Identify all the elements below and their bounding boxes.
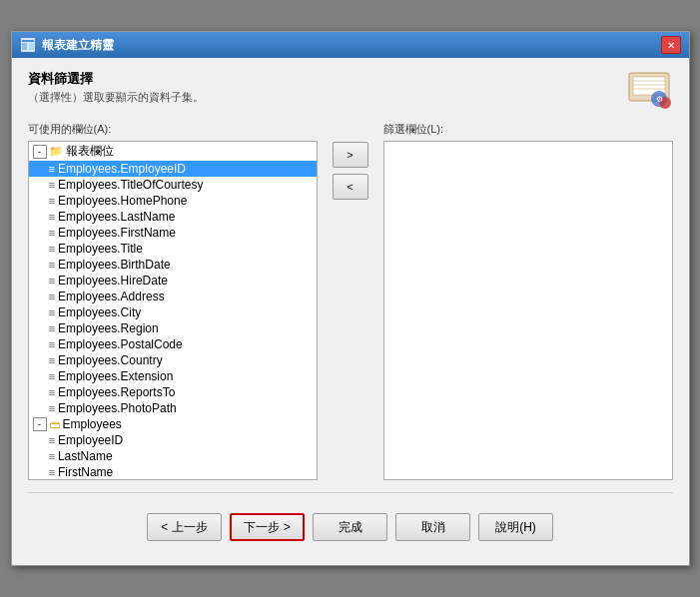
field-icon: ≡ bbox=[49, 466, 55, 478]
list-item[interactable]: ≡Employees.ReportsTo bbox=[29, 384, 317, 400]
remove-field-button[interactable]: < bbox=[333, 174, 368, 200]
tree-item-label: Employees.City bbox=[58, 305, 141, 319]
header-section: 資料篩選擇 （選擇性）選取要顯示的資料子集。 ⚙ bbox=[28, 70, 673, 110]
field-icon: ≡ bbox=[49, 434, 55, 446]
field-icon: ≡ bbox=[49, 259, 55, 271]
field-icon: ≡ bbox=[49, 450, 55, 462]
list-item[interactable]: ≡Employees.HomePhone bbox=[29, 193, 317, 209]
field-icon: ≡ bbox=[49, 386, 55, 398]
list-item[interactable]: ≡Employees.PostalCode bbox=[29, 336, 317, 352]
field-icon: ≡ bbox=[49, 275, 55, 287]
bottom-buttons: < 上一步 下一步 > 完成 取消 說明(H) bbox=[28, 505, 673, 553]
next-button[interactable]: 下一步 > bbox=[230, 513, 305, 541]
panels-container: 可使用的欄位(A): -📁報表欄位≡Employees.EmployeeID≡E… bbox=[28, 122, 673, 480]
finish-button[interactable]: 完成 bbox=[313, 513, 387, 541]
svg-rect-3 bbox=[29, 43, 34, 50]
field-icon: ≡ bbox=[49, 211, 55, 223]
field-icon: ≡ bbox=[49, 227, 55, 239]
list-item[interactable]: -📁報表欄位 bbox=[29, 142, 317, 161]
list-item[interactable]: -🗃Employees bbox=[29, 416, 317, 432]
field-icon: ≡ bbox=[49, 243, 55, 255]
dialog-content: 資料篩選擇 （選擇性）選取要顯示的資料子集。 ⚙ 可使用 bbox=[12, 58, 689, 565]
list-item[interactable]: ≡Employees.FirstName bbox=[29, 225, 317, 241]
available-fields-listbox[interactable]: -📁報表欄位≡Employees.EmployeeID≡Employees.Ti… bbox=[28, 141, 318, 480]
field-icon: ≡ bbox=[49, 163, 55, 175]
add-field-button[interactable]: > bbox=[333, 142, 368, 168]
close-button[interactable]: ✕ bbox=[661, 36, 681, 54]
left-panel: 可使用的欄位(A): -📁報表欄位≡Employees.EmployeeID≡E… bbox=[28, 122, 318, 480]
table-icon: 🗃 bbox=[49, 418, 60, 430]
tree-item-label: Employees.LastName bbox=[58, 210, 175, 224]
window-title: 報表建立精靈 bbox=[42, 37, 114, 54]
field-icon: ≡ bbox=[49, 370, 55, 382]
tree-item-label: EmployeeID bbox=[58, 433, 123, 447]
list-item[interactable]: ≡Employees.Country bbox=[29, 352, 317, 368]
list-item[interactable]: ≡Employees.TitleOfCourtesy bbox=[29, 177, 317, 193]
tree-item-label: Employees.PostalCode bbox=[58, 337, 183, 351]
field-icon: ≡ bbox=[49, 291, 55, 302]
field-icon: ≡ bbox=[49, 338, 55, 350]
list-item[interactable]: ≡Employees.Title bbox=[29, 241, 317, 257]
field-icon: ≡ bbox=[49, 402, 55, 414]
tree-item-label: Employees.Extension bbox=[58, 369, 173, 383]
divider bbox=[28, 492, 673, 493]
folder-icon: 📁 bbox=[49, 145, 63, 158]
header-text: 資料篩選擇 （選擇性）選取要顯示的資料子集。 bbox=[28, 70, 204, 105]
tree-expand-btn[interactable]: - bbox=[33, 417, 47, 431]
header-icon-area: ⚙ bbox=[625, 70, 673, 110]
field-icon: ≡ bbox=[49, 322, 55, 334]
prev-button[interactable]: < 上一步 bbox=[147, 513, 222, 541]
tree-item-label: 報表欄位 bbox=[66, 143, 114, 160]
filter-fields-listbox[interactable] bbox=[383, 141, 673, 480]
tree-item-label: Employees.Country bbox=[58, 353, 163, 367]
tree-item-label: Employees.EmployeeID bbox=[58, 162, 186, 176]
title-bar: 報表建立精靈 ✕ bbox=[12, 32, 689, 58]
help-button[interactable]: 說明(H) bbox=[478, 513, 553, 541]
list-item[interactable]: ≡EmployeeID bbox=[29, 432, 317, 448]
list-item[interactable]: ≡FirstName bbox=[29, 464, 317, 480]
right-panel: 篩選欄位(L): bbox=[383, 122, 673, 480]
tree-item-label: Employees.HomePhone bbox=[58, 194, 187, 208]
list-item[interactable]: ≡Employees.HireDate bbox=[29, 273, 317, 289]
tree-item-label: LastName bbox=[58, 449, 113, 463]
tree-item-label: Employees.Region bbox=[58, 321, 159, 335]
svg-rect-2 bbox=[22, 43, 27, 50]
tree-item-label: FirstName bbox=[58, 465, 113, 479]
list-item[interactable]: ≡Employees.City bbox=[29, 304, 317, 320]
tree-item-label: Employees.BirthDate bbox=[58, 258, 171, 272]
tree-item-label: Employees.TitleOfCourtesy bbox=[58, 178, 204, 192]
svg-text:⚙: ⚙ bbox=[655, 95, 662, 104]
window-icon bbox=[20, 37, 36, 53]
left-panel-label: 可使用的欄位(A): bbox=[28, 122, 318, 137]
middle-buttons: > < bbox=[326, 122, 375, 200]
list-item[interactable]: ≡Employees.Extension bbox=[29, 368, 317, 384]
header-title: 資料篩選擇 bbox=[28, 70, 204, 88]
list-item[interactable]: ≡Employees.EmployeeID bbox=[29, 161, 317, 177]
tree-item-label: Employees.ReportsTo bbox=[58, 385, 175, 399]
title-buttons: ✕ bbox=[661, 36, 681, 54]
list-item[interactable]: ≡Employees.PhotoPath bbox=[29, 400, 317, 416]
svg-rect-1 bbox=[22, 40, 34, 42]
list-item[interactable]: ≡Employees.Region bbox=[29, 320, 317, 336]
tree-item-label: Employees.Title bbox=[58, 242, 143, 256]
tree-item-label: Employees.Address bbox=[58, 290, 165, 303]
list-item[interactable]: ≡Employees.BirthDate bbox=[29, 257, 317, 273]
tree-item-label: Employees.HireDate bbox=[58, 274, 168, 288]
field-icon: ≡ bbox=[49, 179, 55, 191]
title-bar-left: 報表建立精靈 bbox=[20, 37, 114, 54]
right-panel-label: 篩選欄位(L): bbox=[383, 122, 673, 137]
wizard-icon: ⚙ bbox=[627, 71, 671, 109]
tree-item-label: Employees.FirstName bbox=[58, 226, 176, 240]
list-item[interactable]: ≡Employees.LastName bbox=[29, 209, 317, 225]
main-window: 報表建立精靈 ✕ 資料篩選擇 （選擇性）選取要顯示的資料子集。 bbox=[11, 31, 690, 566]
tree-item-label: Employees bbox=[63, 417, 122, 431]
field-icon: ≡ bbox=[49, 195, 55, 207]
tree-item-label: Employees.PhotoPath bbox=[58, 401, 177, 415]
tree-expand-btn[interactable]: - bbox=[33, 145, 47, 159]
field-icon: ≡ bbox=[49, 306, 55, 318]
header-description: （選擇性）選取要顯示的資料子集。 bbox=[28, 90, 204, 105]
list-item[interactable]: ≡LastName bbox=[29, 448, 317, 464]
cancel-button[interactable]: 取消 bbox=[395, 513, 470, 541]
field-icon: ≡ bbox=[49, 354, 55, 366]
list-item[interactable]: ≡Employees.Address bbox=[29, 289, 317, 304]
